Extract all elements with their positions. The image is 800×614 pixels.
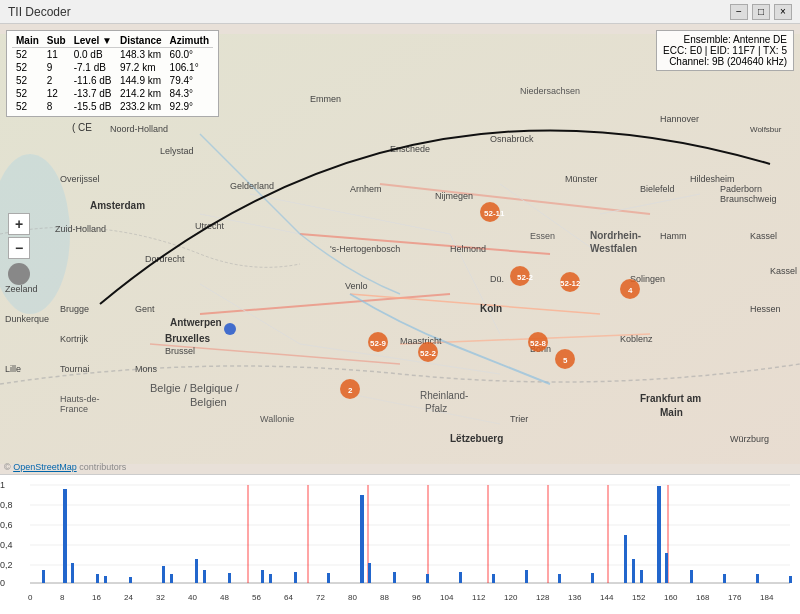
cell-azimuth: 79.4° [166,74,213,87]
svg-text:Würzburg: Würzburg [730,434,769,444]
svg-text:Wallonie: Wallonie [260,414,294,424]
svg-text:Amsterdam: Amsterdam [90,200,145,211]
svg-text:Bruxelles: Bruxelles [165,333,210,344]
cell-azimuth: 92.9° [166,100,213,113]
svg-rect-141 [591,573,594,583]
svg-rect-130 [269,574,272,583]
cell-sub: 8 [43,100,70,113]
cell-sub: 12 [43,87,70,100]
svg-text:Trier: Trier [510,414,528,424]
table-row: 529-7.1 dB97.2 km106.1° [12,61,213,74]
cell-level: -7.1 dB [70,61,116,74]
svg-rect-118 [42,570,45,583]
svg-text:Overijssel: Overijssel [60,174,100,184]
close-button[interactable]: × [774,4,792,20]
ensemble-line1: Ensemble: Antenne DE [663,34,787,45]
table-row: 522-11.6 dB144.9 km79.4° [12,74,213,87]
svg-text:Nijmegen: Nijmegen [435,191,473,201]
svg-text:112: 112 [472,593,486,602]
svg-text:Dü.: Dü. [490,274,504,284]
ensemble-panel: Ensemble: Antenne DE ECC: E0 | EID: 11F7… [656,30,794,71]
svg-text:52-8: 52-8 [530,339,547,348]
svg-text:( CE: ( CE [72,122,92,133]
svg-text:52-2: 52-2 [517,273,534,282]
svg-text:Paderborn: Paderborn [720,184,762,194]
svg-rect-145 [657,486,661,583]
svg-text:Hauts-de-: Hauts-de- [60,394,100,404]
col-distance: Distance [116,34,166,48]
minimize-button[interactable]: − [730,4,748,20]
main-container: Noord-Holland Emmen Niedersachsen Lelyst… [0,24,800,614]
zoom-in-button[interactable]: + [8,213,30,235]
svg-text:80: 80 [348,593,357,602]
zoom-controls[interactable]: + − [8,213,30,285]
svg-text:Niedersachsen: Niedersachsen [520,86,580,96]
svg-text:88: 88 [380,593,389,602]
cell-distance: 144.9 km [116,74,166,87]
svg-text:Münster: Münster [565,174,598,184]
svg-text:Emmen: Emmen [310,94,341,104]
svg-text:Wolfsbur: Wolfsbur [750,125,782,134]
svg-text:Noord-Holland: Noord-Holland [110,124,168,134]
osm-attribution: © OpenStreetMap contributors [4,462,126,472]
svg-rect-150 [789,576,792,583]
table-row: 52110.0 dB148.3 km60.0° [12,48,213,62]
svg-rect-139 [525,570,528,583]
svg-text:0,2: 0,2 [0,560,13,570]
svg-text:72: 72 [316,593,325,602]
svg-text:Westfalen: Westfalen [590,243,637,254]
svg-text:24: 24 [124,593,133,602]
svg-text:Bielefeld: Bielefeld [640,184,675,194]
cell-level: -11.6 dB [70,74,116,87]
cell-main: 52 [12,74,43,87]
svg-text:Hessen: Hessen [750,304,781,314]
svg-text:Hamm: Hamm [660,231,687,241]
svg-text:96: 96 [412,593,421,602]
svg-text:0: 0 [28,593,33,602]
cell-sub: 9 [43,61,70,74]
ensemble-line2: ECC: E0 | EID: 11F7 | TX: 5 [663,45,787,56]
title-bar: TII Decoder − □ × [0,0,800,24]
zoom-out-button[interactable]: − [8,237,30,259]
cell-azimuth: 60.0° [166,48,213,62]
cell-distance: 97.2 km [116,61,166,74]
svg-rect-146 [665,553,668,583]
svg-text:168: 168 [696,593,710,602]
svg-text:16: 16 [92,593,101,602]
svg-text:Frankfurt am: Frankfurt am [640,393,701,404]
cell-main: 52 [12,87,43,100]
svg-text:Koln: Koln [480,303,502,314]
svg-text:Hannover: Hannover [660,114,699,124]
svg-text:Gent: Gent [135,304,155,314]
cell-azimuth: 106.1° [166,61,213,74]
svg-rect-120 [71,563,74,583]
window-controls[interactable]: − □ × [730,4,792,20]
svg-text:48: 48 [220,593,229,602]
svg-text:160: 160 [664,593,678,602]
svg-text:Dunkerque: Dunkerque [5,314,49,324]
svg-rect-134 [368,563,371,583]
svg-text:'s-Hertogenbosch: 's-Hertogenbosch [330,244,400,254]
cell-distance: 214.2 km [116,87,166,100]
svg-text:Hildesheim: Hildesheim [690,174,735,184]
svg-rect-123 [129,577,132,583]
svg-rect-121 [96,574,99,583]
svg-point-77 [224,323,236,335]
svg-text:64: 64 [284,593,293,602]
svg-text:0,8: 0,8 [0,500,13,510]
svg-text:128: 128 [536,593,550,602]
svg-rect-132 [327,573,330,583]
cell-main: 52 [12,100,43,113]
osm-link[interactable]: OpenStreetMap [13,462,77,472]
svg-text:Zuid-Holland: Zuid-Holland [55,224,106,234]
ensemble-line3: Channel: 9B (204640 kHz) [663,56,787,67]
map-area[interactable]: Noord-Holland Emmen Niedersachsen Lelyst… [0,24,800,474]
svg-rect-135 [393,572,396,583]
maximize-button[interactable]: □ [752,4,770,20]
svg-rect-127 [203,570,206,583]
svg-rect-136 [426,574,429,583]
svg-text:152: 152 [632,593,646,602]
cell-main: 52 [12,61,43,74]
col-sub: Sub [43,34,70,48]
svg-text:Kortrijk: Kortrijk [60,334,89,344]
